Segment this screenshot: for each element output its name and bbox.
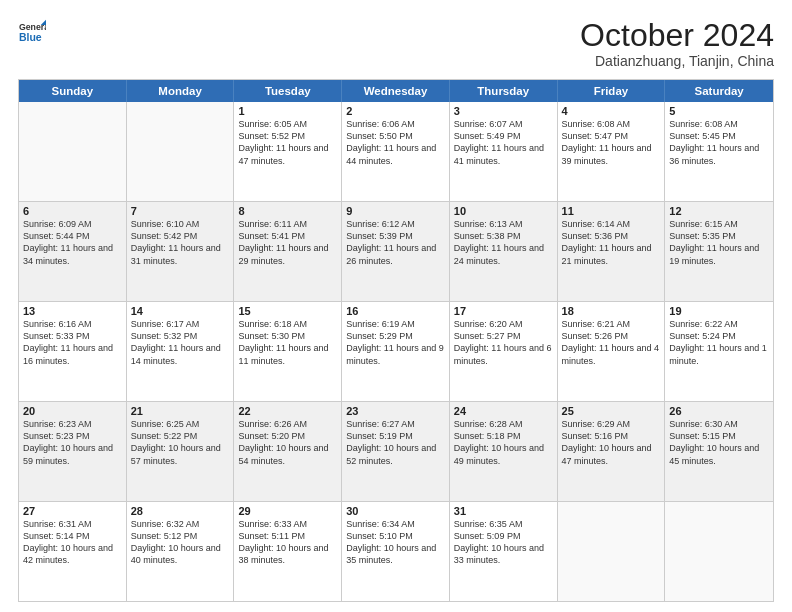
header-day-friday: Friday — [558, 80, 666, 102]
page-header: General Blue October 2024 Datianzhuang, … — [18, 18, 774, 69]
day-info: Sunrise: 6:11 AM Sunset: 5:41 PM Dayligh… — [238, 218, 337, 267]
day-info: Sunrise: 6:33 AM Sunset: 5:11 PM Dayligh… — [238, 518, 337, 567]
day-number: 21 — [131, 405, 230, 417]
logo: General Blue — [18, 18, 46, 46]
day-cell-1: 1Sunrise: 6:05 AM Sunset: 5:52 PM Daylig… — [234, 102, 342, 201]
day-cell-3: 3Sunrise: 6:07 AM Sunset: 5:49 PM Daylig… — [450, 102, 558, 201]
day-number: 20 — [23, 405, 122, 417]
header-day-sunday: Sunday — [19, 80, 127, 102]
day-info: Sunrise: 6:09 AM Sunset: 5:44 PM Dayligh… — [23, 218, 122, 267]
day-number: 14 — [131, 305, 230, 317]
day-cell-8: 8Sunrise: 6:11 AM Sunset: 5:41 PM Daylig… — [234, 202, 342, 301]
day-cell-7: 7Sunrise: 6:10 AM Sunset: 5:42 PM Daylig… — [127, 202, 235, 301]
day-number: 17 — [454, 305, 553, 317]
day-info: Sunrise: 6:35 AM Sunset: 5:09 PM Dayligh… — [454, 518, 553, 567]
day-number: 12 — [669, 205, 769, 217]
header-day-wednesday: Wednesday — [342, 80, 450, 102]
day-number: 30 — [346, 505, 445, 517]
day-info: Sunrise: 6:15 AM Sunset: 5:35 PM Dayligh… — [669, 218, 769, 267]
week-row-5: 27Sunrise: 6:31 AM Sunset: 5:14 PM Dayli… — [19, 502, 773, 601]
day-cell-6: 6Sunrise: 6:09 AM Sunset: 5:44 PM Daylig… — [19, 202, 127, 301]
day-info: Sunrise: 6:19 AM Sunset: 5:29 PM Dayligh… — [346, 318, 445, 367]
day-cell-16: 16Sunrise: 6:19 AM Sunset: 5:29 PM Dayli… — [342, 302, 450, 401]
day-cell-12: 12Sunrise: 6:15 AM Sunset: 5:35 PM Dayli… — [665, 202, 773, 301]
day-cell-24: 24Sunrise: 6:28 AM Sunset: 5:18 PM Dayli… — [450, 402, 558, 501]
day-cell-26: 26Sunrise: 6:30 AM Sunset: 5:15 PM Dayli… — [665, 402, 773, 501]
day-info: Sunrise: 6:27 AM Sunset: 5:19 PM Dayligh… — [346, 418, 445, 467]
day-cell-21: 21Sunrise: 6:25 AM Sunset: 5:22 PM Dayli… — [127, 402, 235, 501]
day-cell-11: 11Sunrise: 6:14 AM Sunset: 5:36 PM Dayli… — [558, 202, 666, 301]
header-day-monday: Monday — [127, 80, 235, 102]
day-cell-9: 9Sunrise: 6:12 AM Sunset: 5:39 PM Daylig… — [342, 202, 450, 301]
day-cell-2: 2Sunrise: 6:06 AM Sunset: 5:50 PM Daylig… — [342, 102, 450, 201]
day-number: 31 — [454, 505, 553, 517]
header-day-thursday: Thursday — [450, 80, 558, 102]
week-row-3: 13Sunrise: 6:16 AM Sunset: 5:33 PM Dayli… — [19, 302, 773, 402]
calendar-body: 1Sunrise: 6:05 AM Sunset: 5:52 PM Daylig… — [19, 102, 773, 601]
logo-icon: General Blue — [18, 18, 46, 46]
day-info: Sunrise: 6:23 AM Sunset: 5:23 PM Dayligh… — [23, 418, 122, 467]
calendar-header-row: SundayMondayTuesdayWednesdayThursdayFrid… — [19, 80, 773, 102]
day-info: Sunrise: 6:12 AM Sunset: 5:39 PM Dayligh… — [346, 218, 445, 267]
day-number: 22 — [238, 405, 337, 417]
day-cell-13: 13Sunrise: 6:16 AM Sunset: 5:33 PM Dayli… — [19, 302, 127, 401]
day-number: 5 — [669, 105, 769, 117]
day-cell-29: 29Sunrise: 6:33 AM Sunset: 5:11 PM Dayli… — [234, 502, 342, 601]
week-row-4: 20Sunrise: 6:23 AM Sunset: 5:23 PM Dayli… — [19, 402, 773, 502]
day-info: Sunrise: 6:30 AM Sunset: 5:15 PM Dayligh… — [669, 418, 769, 467]
day-info: Sunrise: 6:13 AM Sunset: 5:38 PM Dayligh… — [454, 218, 553, 267]
day-info: Sunrise: 6:29 AM Sunset: 5:16 PM Dayligh… — [562, 418, 661, 467]
day-info: Sunrise: 6:18 AM Sunset: 5:30 PM Dayligh… — [238, 318, 337, 367]
empty-cell — [127, 102, 235, 201]
day-number: 28 — [131, 505, 230, 517]
day-number: 24 — [454, 405, 553, 417]
day-info: Sunrise: 6:26 AM Sunset: 5:20 PM Dayligh… — [238, 418, 337, 467]
day-number: 15 — [238, 305, 337, 317]
day-info: Sunrise: 6:32 AM Sunset: 5:12 PM Dayligh… — [131, 518, 230, 567]
day-cell-30: 30Sunrise: 6:34 AM Sunset: 5:10 PM Dayli… — [342, 502, 450, 601]
empty-cell — [665, 502, 773, 601]
day-number: 19 — [669, 305, 769, 317]
day-info: Sunrise: 6:08 AM Sunset: 5:45 PM Dayligh… — [669, 118, 769, 167]
day-number: 26 — [669, 405, 769, 417]
week-row-2: 6Sunrise: 6:09 AM Sunset: 5:44 PM Daylig… — [19, 202, 773, 302]
empty-cell — [558, 502, 666, 601]
day-info: Sunrise: 6:08 AM Sunset: 5:47 PM Dayligh… — [562, 118, 661, 167]
svg-text:Blue: Blue — [19, 31, 42, 43]
header-day-tuesday: Tuesday — [234, 80, 342, 102]
day-cell-18: 18Sunrise: 6:21 AM Sunset: 5:26 PM Dayli… — [558, 302, 666, 401]
day-cell-27: 27Sunrise: 6:31 AM Sunset: 5:14 PM Dayli… — [19, 502, 127, 601]
day-cell-22: 22Sunrise: 6:26 AM Sunset: 5:20 PM Dayli… — [234, 402, 342, 501]
header-day-saturday: Saturday — [665, 80, 773, 102]
day-number: 6 — [23, 205, 122, 217]
day-info: Sunrise: 6:14 AM Sunset: 5:36 PM Dayligh… — [562, 218, 661, 267]
day-info: Sunrise: 6:17 AM Sunset: 5:32 PM Dayligh… — [131, 318, 230, 367]
day-number: 16 — [346, 305, 445, 317]
day-cell-10: 10Sunrise: 6:13 AM Sunset: 5:38 PM Dayli… — [450, 202, 558, 301]
day-info: Sunrise: 6:22 AM Sunset: 5:24 PM Dayligh… — [669, 318, 769, 367]
day-cell-28: 28Sunrise: 6:32 AM Sunset: 5:12 PM Dayli… — [127, 502, 235, 601]
day-number: 18 — [562, 305, 661, 317]
day-cell-19: 19Sunrise: 6:22 AM Sunset: 5:24 PM Dayli… — [665, 302, 773, 401]
day-info: Sunrise: 6:31 AM Sunset: 5:14 PM Dayligh… — [23, 518, 122, 567]
day-info: Sunrise: 6:25 AM Sunset: 5:22 PM Dayligh… — [131, 418, 230, 467]
day-number: 3 — [454, 105, 553, 117]
day-number: 25 — [562, 405, 661, 417]
day-info: Sunrise: 6:21 AM Sunset: 5:26 PM Dayligh… — [562, 318, 661, 367]
calendar-title: October 2024 — [580, 18, 774, 53]
day-cell-14: 14Sunrise: 6:17 AM Sunset: 5:32 PM Dayli… — [127, 302, 235, 401]
day-number: 8 — [238, 205, 337, 217]
day-cell-20: 20Sunrise: 6:23 AM Sunset: 5:23 PM Dayli… — [19, 402, 127, 501]
day-info: Sunrise: 6:07 AM Sunset: 5:49 PM Dayligh… — [454, 118, 553, 167]
day-number: 13 — [23, 305, 122, 317]
day-info: Sunrise: 6:05 AM Sunset: 5:52 PM Dayligh… — [238, 118, 337, 167]
day-cell-23: 23Sunrise: 6:27 AM Sunset: 5:19 PM Dayli… — [342, 402, 450, 501]
day-cell-4: 4Sunrise: 6:08 AM Sunset: 5:47 PM Daylig… — [558, 102, 666, 201]
day-number: 23 — [346, 405, 445, 417]
day-cell-5: 5Sunrise: 6:08 AM Sunset: 5:45 PM Daylig… — [665, 102, 773, 201]
day-info: Sunrise: 6:06 AM Sunset: 5:50 PM Dayligh… — [346, 118, 445, 167]
day-number: 1 — [238, 105, 337, 117]
day-number: 11 — [562, 205, 661, 217]
day-cell-25: 25Sunrise: 6:29 AM Sunset: 5:16 PM Dayli… — [558, 402, 666, 501]
day-number: 4 — [562, 105, 661, 117]
